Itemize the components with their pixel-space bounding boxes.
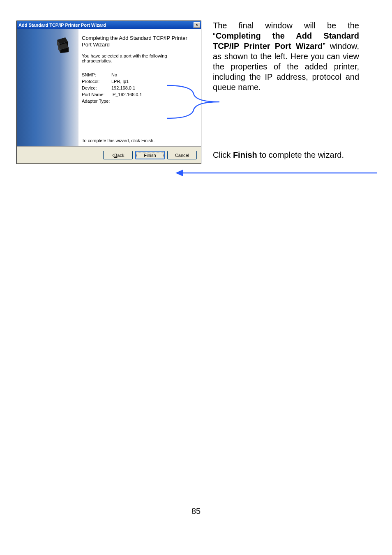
prop-label: SNMP: [82,72,111,77]
complete-instruction: To complete this wizard, click Finish. [82,138,154,143]
wizard-sidebar [17,29,78,146]
prop-value: IP_192.168.0.1 [111,92,142,97]
cancel-label: Cancel [175,153,189,158]
explanation-paragraph-2: Click Finish to complete the wizard. [213,150,359,160]
prop-row-portname: Port Name: IP_192.168.0.1 [82,92,196,97]
wizard-content: Completing the Add Standard TCP/IP Print… [78,29,201,146]
back-button[interactable]: < Back [103,151,133,159]
prop-label: Adapter Type: [82,99,111,104]
prop-value: 192.168.0.1 [111,85,135,90]
close-icon: X [196,23,198,27]
p2-text-a: Click [213,150,233,159]
explanation-column: The final window will be the “Completing… [213,21,359,164]
wizard-heading: Completing the Add Standard TCP/IP Print… [82,35,196,48]
window-title: Add Standard TCP/IP Printer Port Wizard [18,23,106,28]
prop-value: No [111,72,117,77]
close-button[interactable]: X [194,22,200,28]
finish-button[interactable]: Finish [135,151,165,159]
prop-label: Protocol: [82,79,111,84]
printer-icon [54,37,71,54]
wizard-body: Completing the Add Standard TCP/IP Print… [17,29,201,146]
finish-label: Finish [144,153,156,158]
page-number: 85 [0,507,392,516]
wizard-window: Add Standard TCP/IP Printer Port Wizard … [16,21,201,164]
wizard-footer: < Back Finish Cancel [17,146,201,164]
titlebar: Add Standard TCP/IP Printer Port Wizard … [17,21,201,29]
p2-text-b: to complete the wizard. [257,150,344,159]
explanation-paragraph-1: The final window will be the “Completing… [213,21,359,92]
annotation-arrow-icon [175,168,377,178]
prop-value: LPR, lp1 [111,79,129,84]
svg-marker-7 [175,170,183,176]
prop-label: Port Name: [82,92,111,97]
prop-label: Device: [82,85,111,90]
wizard-subtext: You have selected a port with the follow… [82,53,196,63]
prop-row-snmp: SNMP: No [82,72,196,77]
prop-row-device: Device: 192.168.0.1 [82,85,196,90]
prop-row-adapter: Adapter Type: [82,99,196,104]
prop-row-protocol: Protocol: LPR, lp1 [82,79,196,84]
back-suffix: ack [117,153,124,158]
back-underline: B [114,153,117,158]
cancel-button[interactable]: Cancel [167,151,197,159]
p2-bold: Finish [233,150,257,159]
